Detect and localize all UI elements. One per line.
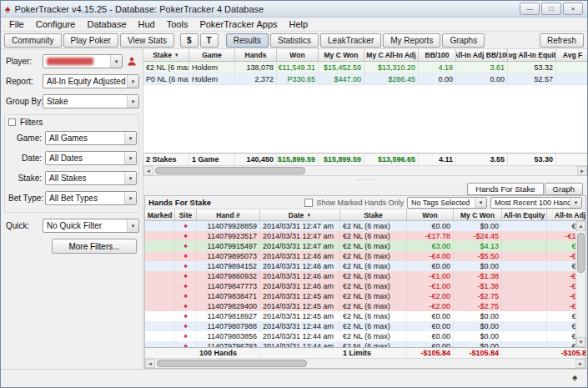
scroll-down-icon[interactable]: ▼ <box>576 337 585 347</box>
maximize-button[interactable]: □ <box>541 3 561 15</box>
tab-graphs[interactable]: Graphs <box>442 33 485 48</box>
tags-select[interactable]: No Tags Selected ▾ <box>407 197 487 209</box>
hand-row[interactable]: ♠1140799235172014/03/31 12:47 am€2 NL (6… <box>145 231 585 241</box>
toolbar-view-stats-button[interactable]: View Stats <box>120 33 174 48</box>
titlebar[interactable]: ♠ PokerTracker v4.15.25 - Database: Poke… <box>1 1 587 18</box>
hands-column-site[interactable]: Site <box>175 209 197 220</box>
filter-select-stake[interactable]: All Stakes▾ <box>45 171 137 185</box>
hands-column-date[interactable]: Date▼ <box>260 209 340 220</box>
hands-horizontal-scrollbar[interactable]: ◄ ► <box>145 358 585 368</box>
menu-hud[interactable]: Hud <box>133 18 161 30</box>
results-column-game[interactable]: Game <box>189 49 235 61</box>
results-table-body: €2 NL (6 max)Holdem138,078€11,549.31$15,… <box>143 62 587 85</box>
hand-row[interactable]: ♠1140799288592014/03/31 12:47 am€2 NL (6… <box>145 221 585 231</box>
hand-row[interactable]: ♠1140798189272014/03/31 12:45 am€2 NL (6… <box>145 311 585 321</box>
scrollbar-thumb[interactable] <box>155 167 305 174</box>
hand-row[interactable]: ♠1140798294002014/03/31 12:45 am€2 NL (6… <box>145 301 585 311</box>
results-column-my-c-all-in-adj[interactable]: My C All-In Adj <box>364 49 419 61</box>
tab-results[interactable]: Results <box>226 33 269 48</box>
results-column-my-c-won[interactable]: My C Won <box>319 49 364 61</box>
cell <box>145 261 175 271</box>
hands-column-my-c-won[interactable]: My C Won <box>454 209 502 220</box>
tab-statistics[interactable]: Statistics <box>270 33 319 48</box>
panel-splitter[interactable] <box>143 176 587 182</box>
hand-row[interactable]: ♠1140798079882014/03/31 12:44 am€2 NL (6… <box>145 321 585 331</box>
hand-row[interactable]: ♠1140798941522014/03/31 12:46 am€2 NL (6… <box>145 261 585 271</box>
hands-column-all-in-equity[interactable]: All-In Equity <box>502 209 547 220</box>
hands-column-stake[interactable]: Stake <box>340 209 407 220</box>
scroll-right-icon[interactable]: ► <box>577 166 587 175</box>
refresh-button[interactable]: Refresh <box>540 33 584 48</box>
hand-row[interactable]: ♠1140797967932014/03/31 12:44 am€2 NL (6… <box>145 341 585 347</box>
results-column-avg-f[interactable]: Avg F <box>556 49 587 61</box>
filter-select-bet-type[interactable]: All Bet Types▾ <box>45 191 137 205</box>
toolbar-community-button[interactable]: Community <box>4 33 62 48</box>
hands-column-all-in-adj[interactable]: All-In Adj <box>547 209 586 220</box>
scroll-left-icon[interactable]: ◄ <box>143 166 153 175</box>
cell: ♠ <box>175 311 197 321</box>
hands-panel-title: Hands For Stake <box>148 198 211 207</box>
menu-configure[interactable]: Configure <box>30 18 82 30</box>
hand-row[interactable]: ♠1140799154972014/03/31 12:47 am€2 NL (6… <box>145 241 585 251</box>
hand-row[interactable]: ♠1140798609322014/03/31 12:46 am€2 NL (6… <box>145 271 585 281</box>
recent-hands-select[interactable]: Most Recent 100 Hands ▾ <box>490 197 582 209</box>
hands-column-won[interactable]: Won <box>407 209 454 220</box>
report-select-value: All-In Equity Adjusted <box>47 77 126 86</box>
currency-display-button[interactable]: $ <box>180 33 199 48</box>
menu-file[interactable]: File <box>3 18 30 30</box>
filter-select-date[interactable]: All Dates▾ <box>45 151 137 165</box>
group-by-select[interactable]: Stake ▾ <box>43 94 139 108</box>
hands-vertical-scrollbar[interactable]: ▲ ▼ <box>575 221 585 347</box>
quick-filter-select[interactable]: No Quick Filter ▾ <box>43 219 139 233</box>
hands-for-stake-tab[interactable]: Hands For Stake <box>467 183 543 195</box>
minimize-button[interactable]: — <box>520 3 540 15</box>
more-filters-button[interactable]: More Filters... <box>52 239 137 254</box>
player-select[interactable]: ▾ <box>43 54 123 68</box>
filter-select-game[interactable]: All Games▾ <box>45 131 137 145</box>
menu-tools[interactable]: Tools <box>161 18 194 30</box>
results-column-hands[interactable]: Hands <box>235 49 277 61</box>
chevron-down-icon: ▾ <box>127 95 138 108</box>
results-column-stake[interactable]: Stake▼ <box>143 49 189 61</box>
results-column-avg-all-in-equity[interactable]: Avg All-In Equity <box>508 49 556 61</box>
show-marked-checkbox[interactable] <box>304 199 313 207</box>
graph-tab[interactable]: Graph <box>545 183 583 195</box>
results-column-bb-100[interactable]: BB/100 <box>419 49 456 61</box>
menu-pokertracker-apps[interactable]: PokerTracker Apps <box>193 18 283 30</box>
hand-row[interactable]: ♠1140798384712014/03/31 12:45 am€2 NL (6… <box>145 291 585 301</box>
scrollbar-thumb[interactable] <box>157 360 307 367</box>
cell <box>556 62 587 73</box>
toolbar-play-poker-button[interactable]: Play Poker <box>63 33 118 48</box>
cell: ♠ <box>175 221 197 231</box>
cell: 2014/03/31 12:46 am <box>260 261 340 271</box>
scrollbar-thumb[interactable] <box>577 233 585 273</box>
tournament-display-button[interactable]: T <box>200 33 219 48</box>
chevron-down-icon: ▾ <box>570 198 581 208</box>
results-horizontal-scrollbar[interactable]: ◄ ► <box>143 165 587 175</box>
results-row[interactable]: P0 NL (6 max)Holdem2,372P330.65$447.00$2… <box>143 73 587 85</box>
report-select[interactable]: All-In Equity Adjusted ▾ <box>43 74 139 88</box>
hands-column-hand[interactable]: Hand # <box>197 209 260 220</box>
summary-cell: 1 Game <box>189 154 235 165</box>
scroll-up-icon[interactable]: ▲ <box>576 221 585 231</box>
hand-row[interactable]: ♠1140798038562014/03/31 12:44 am€2 NL (6… <box>145 331 585 341</box>
hands-column-marked[interactable]: Marked <box>145 209 175 220</box>
tab-my-reports[interactable]: My Reports <box>383 33 440 48</box>
toolbar: CommunityPlay PokerView Stats $ T Result… <box>1 32 587 49</box>
tab-leaktracker[interactable]: LeakTracker <box>320 33 381 48</box>
hand-row[interactable]: ♠1140798477732014/03/31 12:46 am€2 NL (6… <box>145 281 585 291</box>
hand-row[interactable]: ♠1140798950732014/03/31 12:46 am€2 NL (6… <box>145 251 585 261</box>
results-row[interactable]: €2 NL (6 max)Holdem138,078€11,549.31$15,… <box>143 62 587 73</box>
results-column-won[interactable]: Won <box>277 49 319 61</box>
chevron-down-icon: ▾ <box>127 219 138 232</box>
player-profile-button[interactable] <box>124 54 139 68</box>
scroll-left-icon[interactable]: ◄ <box>145 359 155 368</box>
cell <box>502 231 547 241</box>
cell <box>145 271 175 281</box>
scroll-right-icon[interactable]: ► <box>575 359 585 368</box>
menu-database[interactable]: Database <box>81 18 132 30</box>
close-button[interactable]: × <box>563 3 583 15</box>
collapse-toggle-icon[interactable] <box>8 118 16 126</box>
menu-help[interactable]: Help <box>284 18 314 30</box>
results-column-all-in-adj-bb-100[interactable]: All-In Adj BB/100 <box>456 49 508 61</box>
